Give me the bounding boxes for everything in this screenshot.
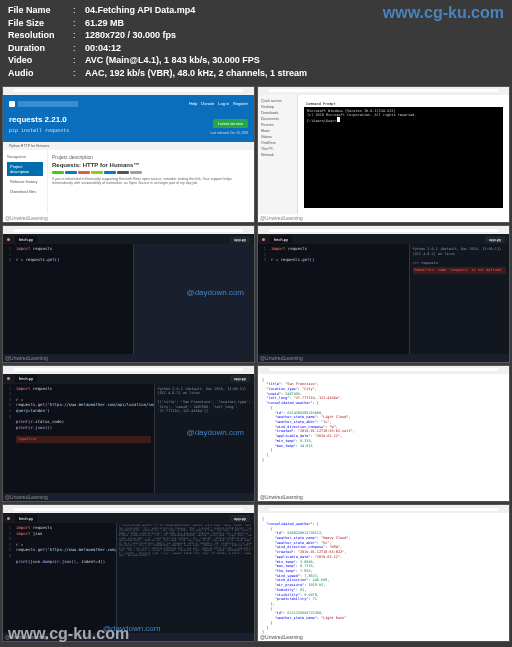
filename-label: File Name [8,4,73,17]
output-pane: {'consolidated_weather':[{'id':566822091… [116,523,254,633]
pypi-logo-icon [9,101,15,107]
thumb-6-json[interactable]: { "title": "San Francisco", "location_ty… [257,365,510,503]
thumb-footer: @UnwiredLearning [5,215,48,221]
thumb-footer: @UnwiredLearning [260,494,303,500]
sb-item[interactable]: Network [261,152,294,158]
tab-app[interactable]: app.py [230,515,250,522]
browser-chrome [258,226,509,234]
explorer-sidebar: Quick access Desktop Downloads Documents… [258,95,298,215]
video-value: AVC (Main@L4.1), 1 843 kb/s, 30.000 FPS [85,54,260,67]
video-label: Video [8,54,73,67]
line-gutter: 123456 [3,523,13,633]
thumbnail-grid: Help Donate Log in Register requests 2.2… [0,84,512,644]
duration-label: Duration [8,42,73,55]
browser-chrome [3,226,254,234]
tab-fetch[interactable]: fetch.py [270,236,292,243]
nav-donate[interactable]: Donate [201,101,214,106]
output-warn: TypeError [16,436,151,443]
badges [52,171,250,174]
command-prompt[interactable]: Command Prompt Microsoft Windows [Versio… [304,101,503,209]
nav-download[interactable]: Download files [7,187,43,196]
code-editor[interactable]: import requests import json r = requests… [13,523,116,633]
nav-help[interactable]: Help [189,101,197,106]
search-input[interactable] [18,101,78,107]
browser-chrome [3,366,254,374]
browser-chrome [258,366,509,374]
error-line: NameError: name 'requests' is not define… [413,267,506,274]
line-gutter: 123 [258,244,268,354]
code-editor[interactable]: import requests r = requests.get('https:… [13,384,154,494]
thumb-footer: @UnwiredLearning [260,215,303,221]
explorer-chrome [258,87,509,95]
nav-header: Navigation [7,154,43,159]
release-date: Last released: Dec 10, 2018 [210,131,248,135]
nav-login[interactable]: Log in [218,101,229,106]
tab-fetch[interactable]: fetch.py [15,375,37,382]
nav-history[interactable]: Release history [7,177,43,186]
thumb-7-editor-dense[interactable]: fetch.py app.py 123456 import requests i… [2,504,255,642]
thumb-footer: @UnwiredLearning [5,494,48,500]
resolution-label: Resolution [8,29,73,42]
code-editor[interactable]: import requests r = requests.get() [268,244,409,354]
json-output: { "consolidated_weather": [ { "id": 5668… [258,513,509,639]
line-gutter: 123456 [3,384,13,494]
filesize-label: File Size [8,17,73,30]
watermark-top: www.cg-ku.com [383,4,504,22]
thumb-5-editor-url[interactable]: fetch.py app.py 123456 import requests r… [2,365,255,503]
repl-icon [7,238,10,241]
repl-icon [262,238,265,241]
out-line: >>> requests [413,261,506,266]
output-pane [133,244,254,354]
url-bar[interactable] [14,89,243,92]
footer-tag: Python HTTP for Humans. [3,142,254,150]
thumb-footer: @UnwiredLearning [5,355,48,361]
output-pane: Python 3.6.1 (default, Dec 2015, 13:05:1… [409,244,509,354]
audio-label: Audio [8,67,73,80]
thumb-footer: @UnwiredLearning [260,355,303,361]
thumb-8-json-pretty[interactable]: { "consolidated_weather": [ { "id": 5668… [257,504,510,642]
browser-chrome [258,505,509,513]
tab-fetch[interactable]: fetch.py [15,515,37,522]
audio-value: AAC, 192 kb/s (VBR), 48.0 kHz, 2 channel… [85,67,307,80]
cursor-icon [337,117,340,122]
repl-icon [7,377,10,380]
pypi-hero: Help Donate Log in Register requests 2.2… [3,95,254,142]
json-output: { "title": "San Francisco", "location_ty… [258,374,509,467]
line-gutter: 123 [3,244,13,354]
thumb-footer: @UnwiredLearning [260,634,303,640]
out-line: [{'title': 'San Francisco', 'location_ty… [158,400,251,414]
browser-chrome [3,505,254,513]
filename-value: 04.Fetching API Data.mp4 [85,4,195,17]
watermark-bottom: www.cg-ku.com [8,625,129,643]
nav-description[interactable]: Project description [7,162,43,176]
latest-version-button[interactable]: Latest version [213,119,248,128]
thumb-1-pypi[interactable]: Help Donate Log in Register requests 2.2… [2,86,255,224]
thumb-4-editor-error[interactable]: fetch.py app.py 123 import requests r = … [257,225,510,363]
tab-fetch[interactable]: fetch.py [15,236,37,243]
desc-header: Project description [52,154,250,160]
resolution-value: 1280x720 / 30.000 fps [85,29,176,42]
repl-icon [7,517,10,520]
thumb-3-editor[interactable]: fetch.py app.py 123 import requests r = … [2,225,255,363]
nav-register[interactable]: Register [233,101,248,106]
terminal-title: Command Prompt [304,101,503,107]
filesize-value: 61.29 MB [85,17,124,30]
output-pane: Python 3.6.1 (default, Dec 2015, 13:05:1… [154,384,254,494]
duration-value: 00:04:12 [85,42,121,55]
code-editor[interactable]: import requests r = requests.get() [13,244,133,354]
term-line: C:\Users\User> [307,119,337,123]
project-description: If you're interested in financially supp… [52,177,250,186]
thumb-2-terminal[interactable]: Quick access Desktop Downloads Documents… [257,86,510,224]
out-line: Python 3.6.1 (default, Dec 2015, 13:05:1… [413,247,506,252]
browser-chrome [3,87,254,95]
sidebar-nav: Navigation Project description Release h… [3,150,48,214]
tab-app[interactable]: app.py [230,236,250,243]
tab-app[interactable]: app.py [230,375,250,382]
tab-app[interactable]: app.py [485,236,505,243]
project-heading: Requests: HTTP for Humans™ [52,162,250,168]
